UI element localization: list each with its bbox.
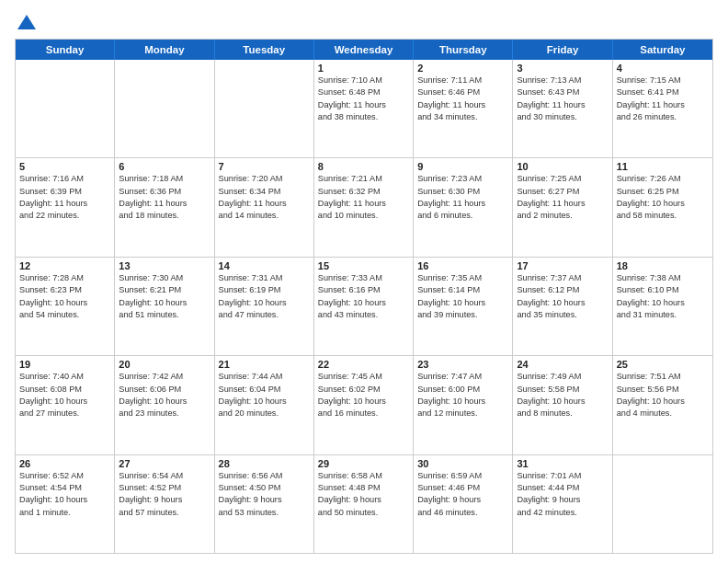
day-cell-2: 2Sunrise: 7:11 AMSunset: 6:46 PMDaylight… (414, 60, 513, 157)
day-info: Sunrise: 7:42 AMSunset: 6:06 PMDaylight:… (119, 371, 210, 419)
calendar-body: 1Sunrise: 7:10 AMSunset: 6:48 PMDaylight… (16, 60, 712, 553)
day-cell-8: 8Sunrise: 7:21 AMSunset: 6:32 PMDaylight… (314, 158, 414, 256)
day-cell-29: 29Sunrise: 6:58 AMSunset: 4:48 PMDayligh… (314, 455, 414, 553)
day-info: Sunrise: 7:45 AMSunset: 6:02 PMDaylight:… (318, 371, 409, 419)
day-number: 7 (219, 161, 310, 172)
day-number: 23 (417, 359, 508, 370)
day-number: 29 (318, 458, 409, 469)
week-row-3: 12Sunrise: 7:28 AMSunset: 6:23 PMDayligh… (16, 258, 712, 356)
day-cell-9: 9Sunrise: 7:23 AMSunset: 6:30 PMDaylight… (414, 158, 513, 256)
day-cell-23: 23Sunrise: 7:47 AMSunset: 6:00 PMDayligh… (414, 356, 513, 454)
day-info: Sunrise: 7:20 AMSunset: 6:34 PMDaylight:… (219, 173, 310, 222)
day-cell-19: 19Sunrise: 7:40 AMSunset: 6:08 PMDayligh… (16, 356, 115, 454)
day-info: Sunrise: 7:16 AMSunset: 6:39 PMDaylight:… (19, 173, 110, 222)
day-number: 25 (617, 359, 709, 370)
day-cell-20: 20Sunrise: 7:42 AMSunset: 6:06 PMDayligh… (115, 356, 214, 454)
day-info: Sunrise: 7:13 AMSunset: 6:43 PMDaylight:… (517, 75, 608, 123)
day-cell-15: 15Sunrise: 7:33 AMSunset: 6:16 PMDayligh… (314, 258, 414, 355)
day-info: Sunrise: 7:18 AMSunset: 6:36 PMDaylight:… (119, 173, 210, 222)
day-info: Sunrise: 6:52 AMSunset: 4:54 PMDaylight:… (19, 470, 110, 519)
empty-cell (115, 60, 214, 157)
header-day-thursday: Thursday (414, 40, 513, 60)
empty-cell (215, 60, 314, 157)
day-number: 10 (517, 161, 608, 172)
day-number: 11 (617, 161, 709, 172)
day-info: Sunrise: 7:15 AMSunset: 6:41 PMDaylight:… (617, 75, 709, 123)
day-info: Sunrise: 7:40 AMSunset: 6:08 PMDaylight:… (19, 371, 110, 419)
day-number: 6 (119, 161, 210, 172)
day-cell-5: 5Sunrise: 7:16 AMSunset: 6:39 PMDaylight… (16, 158, 115, 256)
day-cell-14: 14Sunrise: 7:31 AMSunset: 6:19 PMDayligh… (215, 258, 314, 355)
day-info: Sunrise: 6:58 AMSunset: 4:48 PMDaylight:… (318, 470, 409, 519)
logo (15, 15, 36, 29)
day-cell-16: 16Sunrise: 7:35 AMSunset: 6:14 PMDayligh… (414, 258, 513, 355)
day-number: 16 (417, 260, 508, 271)
day-number: 14 (219, 260, 310, 271)
logo-arrow-icon (17, 15, 36, 29)
day-info: Sunrise: 7:31 AMSunset: 6:19 PMDaylight:… (219, 272, 310, 321)
day-info: Sunrise: 7:33 AMSunset: 6:16 PMDaylight:… (318, 272, 409, 321)
day-info: Sunrise: 7:23 AMSunset: 6:30 PMDaylight:… (417, 173, 508, 222)
day-number: 21 (219, 359, 310, 370)
day-info: Sunrise: 7:51 AMSunset: 5:56 PMDaylight:… (617, 371, 709, 419)
day-cell-21: 21Sunrise: 7:44 AMSunset: 6:04 PMDayligh… (215, 356, 314, 454)
day-number: 30 (417, 458, 508, 469)
week-row-1: 1Sunrise: 7:10 AMSunset: 6:48 PMDaylight… (16, 60, 712, 158)
header-day-saturday: Saturday (613, 40, 712, 60)
day-info: Sunrise: 7:35 AMSunset: 6:14 PMDaylight:… (417, 272, 508, 321)
day-info: Sunrise: 7:37 AMSunset: 6:12 PMDaylight:… (517, 272, 608, 321)
empty-cell (16, 60, 115, 157)
day-number: 3 (517, 63, 608, 74)
day-number: 1 (318, 63, 409, 74)
day-cell-1: 1Sunrise: 7:10 AMSunset: 6:48 PMDaylight… (314, 60, 414, 157)
svg-marker-0 (17, 15, 36, 29)
day-cell-28: 28Sunrise: 6:56 AMSunset: 4:50 PMDayligh… (215, 455, 314, 553)
day-info: Sunrise: 7:26 AMSunset: 6:25 PMDaylight:… (617, 173, 709, 222)
day-cell-11: 11Sunrise: 7:26 AMSunset: 6:25 PMDayligh… (613, 158, 712, 256)
calendar-header: SundayMondayTuesdayWednesdayThursdayFrid… (16, 40, 712, 60)
header-day-sunday: Sunday (16, 40, 115, 60)
header-day-tuesday: Tuesday (215, 40, 314, 60)
logo-blue (15, 15, 36, 29)
day-cell-22: 22Sunrise: 7:45 AMSunset: 6:02 PMDayligh… (314, 356, 414, 454)
day-cell-26: 26Sunrise: 6:52 AMSunset: 4:54 PMDayligh… (16, 455, 115, 553)
day-cell-18: 18Sunrise: 7:38 AMSunset: 6:10 PMDayligh… (613, 258, 712, 355)
day-info: Sunrise: 6:56 AMSunset: 4:50 PMDaylight:… (219, 470, 310, 519)
day-cell-4: 4Sunrise: 7:15 AMSunset: 6:41 PMDaylight… (613, 60, 712, 157)
week-row-2: 5Sunrise: 7:16 AMSunset: 6:39 PMDaylight… (16, 158, 712, 257)
calendar: SundayMondayTuesdayWednesdayThursdayFrid… (15, 39, 713, 554)
header (15, 15, 713, 29)
day-number: 18 (617, 260, 709, 271)
day-number: 2 (417, 63, 508, 74)
day-number: 28 (219, 458, 310, 469)
day-info: Sunrise: 6:54 AMSunset: 4:52 PMDaylight:… (119, 470, 210, 519)
day-cell-3: 3Sunrise: 7:13 AMSunset: 6:43 PMDaylight… (513, 60, 612, 157)
day-number: 27 (119, 458, 210, 469)
empty-cell (613, 455, 712, 553)
day-cell-30: 30Sunrise: 6:59 AMSunset: 4:46 PMDayligh… (414, 455, 513, 553)
day-cell-12: 12Sunrise: 7:28 AMSunset: 6:23 PMDayligh… (16, 258, 115, 355)
day-info: Sunrise: 7:44 AMSunset: 6:04 PMDaylight:… (219, 371, 310, 419)
day-number: 20 (119, 359, 210, 370)
day-info: Sunrise: 7:21 AMSunset: 6:32 PMDaylight:… (318, 173, 409, 222)
day-cell-6: 6Sunrise: 7:18 AMSunset: 6:36 PMDaylight… (115, 158, 214, 256)
week-row-4: 19Sunrise: 7:40 AMSunset: 6:08 PMDayligh… (16, 356, 712, 454)
day-info: Sunrise: 7:28 AMSunset: 6:23 PMDaylight:… (19, 272, 110, 321)
day-info: Sunrise: 7:25 AMSunset: 6:27 PMDaylight:… (517, 173, 608, 222)
day-cell-24: 24Sunrise: 7:49 AMSunset: 5:58 PMDayligh… (513, 356, 612, 454)
day-cell-27: 27Sunrise: 6:54 AMSunset: 4:52 PMDayligh… (115, 455, 214, 553)
day-info: Sunrise: 7:10 AMSunset: 6:48 PMDaylight:… (318, 75, 409, 123)
day-number: 9 (417, 161, 508, 172)
day-number: 5 (19, 161, 110, 172)
day-cell-13: 13Sunrise: 7:30 AMSunset: 6:21 PMDayligh… (115, 258, 214, 355)
day-number: 8 (318, 161, 409, 172)
day-number: 15 (318, 260, 409, 271)
day-cell-7: 7Sunrise: 7:20 AMSunset: 6:34 PMDaylight… (215, 158, 314, 256)
header-day-friday: Friday (513, 40, 612, 60)
day-cell-31: 31Sunrise: 7:01 AMSunset: 4:44 PMDayligh… (513, 455, 612, 553)
day-cell-25: 25Sunrise: 7:51 AMSunset: 5:56 PMDayligh… (613, 356, 712, 454)
day-number: 22 (318, 359, 409, 370)
day-info: Sunrise: 7:01 AMSunset: 4:44 PMDaylight:… (517, 470, 608, 519)
day-info: Sunrise: 6:59 AMSunset: 4:46 PMDaylight:… (417, 470, 508, 519)
day-cell-17: 17Sunrise: 7:37 AMSunset: 6:12 PMDayligh… (513, 258, 612, 355)
